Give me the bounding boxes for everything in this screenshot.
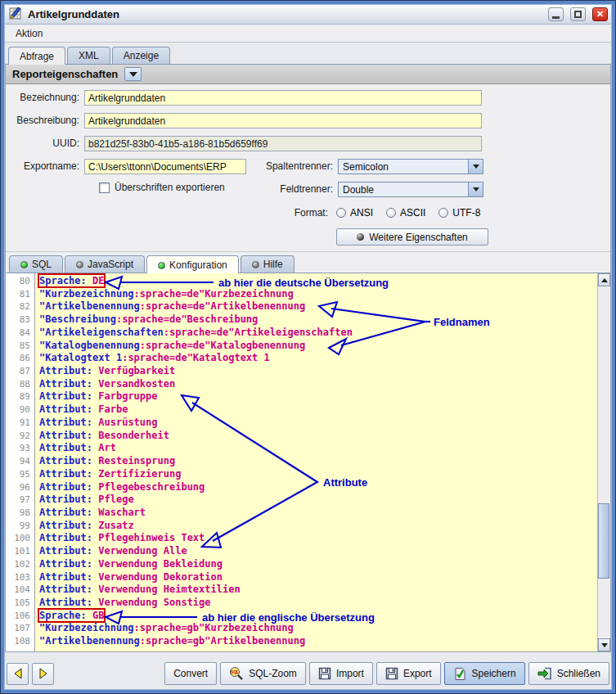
code-line[interactable]: Attribut: Pflegehinweis Text: [35, 532, 597, 545]
radio-ansi-circle[interactable]: [336, 208, 346, 218]
code-line[interactable]: Attribut: Art: [35, 442, 597, 455]
line-number: 86: [6, 352, 34, 365]
tab-hilfe[interactable]: Hilfe: [241, 255, 295, 273]
code-line[interactable]: "Kurzbezeichnung:sprache=de"Kurzbezeichn…: [35, 288, 597, 301]
tab-abfrage[interactable]: Abfrage: [8, 47, 65, 65]
schliessen-button[interactable]: Schließen: [528, 662, 609, 685]
radio-utf8[interactable]: UTF-8: [438, 207, 480, 219]
maximize-button[interactable]: [570, 7, 586, 21]
radio-ansi[interactable]: ANSI: [336, 207, 373, 219]
code-line[interactable]: Sprache: DE: [35, 275, 597, 288]
code-line[interactable]: "Artikelbenennung:sprache=de"Artikelbene…: [35, 300, 597, 313]
line-number: 96: [6, 481, 34, 494]
code-line[interactable]: "Katalogbenennung:sprache=de"Katalogbene…: [35, 340, 597, 353]
export-label: Export: [403, 668, 432, 679]
menu-aktion[interactable]: Aktion: [12, 26, 46, 41]
convert-button[interactable]: Convert: [164, 662, 217, 685]
line-number: 107: [6, 622, 34, 635]
speichern-label: Speichern: [472, 668, 516, 679]
tab-anzeige[interactable]: Anzeige: [112, 47, 170, 64]
speichern-button[interactable]: Speichern: [444, 662, 525, 685]
import-label: Import: [336, 668, 364, 679]
code-line[interactable]: "Kurzbezeichnung:sprache=gb"Kurzbezeichn…: [35, 622, 597, 635]
line-number: 83: [6, 313, 34, 327]
weitere-eigenschaften-label: Weitere Eigenschaften: [369, 232, 468, 243]
code-line[interactable]: Attribut: Verwendung Alle: [35, 545, 597, 558]
feldtrenner-select[interactable]: Double: [338, 182, 483, 197]
code-line[interactable]: "Katalogtext 1:sprache=de"Katalogtext 1: [35, 352, 597, 365]
line-number: 88: [6, 378, 34, 391]
code-line[interactable]: Attribut: Pflegebeschreibung: [35, 481, 597, 494]
tab-javascript[interactable]: JavaScript: [65, 255, 145, 273]
sql-zoom-button[interactable]: SQL SQL-Zoom: [220, 662, 306, 685]
code-line[interactable]: Attribut: Verwendung Heimtextilien: [35, 584, 597, 597]
close-icon: ✕: [596, 9, 604, 20]
editor-scrollbar[interactable]: [597, 273, 610, 651]
close-button[interactable]: ✕: [592, 7, 608, 21]
code-line[interactable]: Attribut: Zusatz: [35, 520, 597, 533]
code-line[interactable]: "Artikelbenennung:sprache=gb"Artikelbene…: [35, 635, 597, 648]
editor-code[interactable]: Sprache: DE"Kurzbezeichnung:sprache=de"K…: [35, 273, 597, 651]
exportname-input[interactable]: [84, 159, 246, 174]
tab-sql[interactable]: SQL: [9, 255, 63, 273]
tab-xml[interactable]: XML: [67, 47, 110, 64]
line-number: 103: [6, 571, 34, 584]
nav-forward-button[interactable]: [32, 663, 54, 685]
code-line[interactable]: Attribut: Besonderheit: [35, 430, 597, 443]
line-number: 80: [6, 275, 34, 288]
minimize-button[interactable]: [548, 7, 564, 21]
scroll-down-button[interactable]: [598, 638, 610, 651]
main-tabstrip: Abfrage XML Anzeige: [5, 43, 611, 65]
feldtrenner-label: Feldtrenner:: [245, 182, 333, 197]
radio-utf8-circle[interactable]: [438, 208, 448, 218]
nav-back-button[interactable]: [7, 663, 29, 685]
code-line[interactable]: Attribut: Versandkosten: [35, 378, 597, 391]
import-button[interactable]: Import: [309, 662, 373, 685]
code-line[interactable]: "Beschreibung:sprache=de"Beschreibung: [35, 313, 597, 327]
exportname-label: Exportname:: [6, 159, 79, 174]
app-window: Artikelgrunddaten ✕ Aktion Abfrage XML A…: [0, 0, 616, 694]
ueberschriften-checkbox[interactable]: [99, 183, 110, 193]
code-line[interactable]: Attribut: Verwendung Sonstige: [35, 597, 597, 610]
code-line[interactable]: Attribut: Resteinsprung: [35, 455, 597, 468]
code-line[interactable]: Attribut: Verwendung Bekleidung: [35, 558, 597, 571]
line-number: 82: [6, 300, 34, 313]
sphere-icon: [357, 233, 364, 241]
section-collapse-button[interactable]: [124, 67, 142, 81]
code-line[interactable]: Attribut: Farbe: [35, 403, 597, 417]
scroll-up-button[interactable]: [598, 273, 610, 286]
code-line[interactable]: Attribut: Farbgruppe: [35, 390, 597, 403]
arrow-up-icon: [601, 278, 608, 282]
code-line[interactable]: Attribut: Pflege: [35, 493, 597, 507]
export-button[interactable]: Export: [376, 662, 441, 685]
code-line[interactable]: Sprache: GB: [35, 610, 597, 623]
yellow-left-arrow-icon: [11, 667, 25, 680]
code-line[interactable]: Attribut: Zertifizierung: [35, 468, 597, 481]
gray-dot-icon: [252, 261, 259, 268]
radio-ascii-circle[interactable]: [386, 208, 396, 218]
chevron-down-icon: [129, 72, 137, 77]
feldtrenner-dropdown-button[interactable]: [468, 183, 483, 196]
code-line[interactable]: Attribut: Ausrüstung: [35, 417, 597, 430]
format-label: Format:: [245, 205, 328, 221]
line-number: 100: [6, 532, 34, 545]
code-line[interactable]: Attribut: Verfügbarkeit: [35, 365, 597, 378]
line-number: 102: [6, 558, 34, 571]
scrollbar-thumb[interactable]: [598, 503, 609, 579]
beschreibung-input[interactable]: [84, 113, 482, 128]
scrollbar-track[interactable]: [598, 286, 610, 638]
convert-label: Convert: [173, 668, 208, 679]
spaltentrenner-select[interactable]: Semicolon: [338, 159, 483, 174]
tab-konfiguration[interactable]: Konfiguration: [146, 255, 239, 273]
code-line[interactable]: "Artikeleigenschaften:sprache=de"Artikel…: [35, 327, 597, 340]
code-line[interactable]: Attribut: Waschart: [35, 507, 597, 520]
code-line[interactable]: Attribut: Verwendung Dekoration: [35, 571, 597, 584]
spaltentrenner-dropdown-button[interactable]: [468, 160, 483, 174]
uuid-label: UUID:: [6, 136, 79, 151]
config-editor[interactable]: 8081828384858687888990919293949596979899…: [6, 273, 610, 651]
line-number: 85: [6, 340, 34, 353]
weitere-eigenschaften-button[interactable]: Weitere Eigenschaften: [336, 228, 488, 246]
bezeichnung-input[interactable]: [84, 90, 482, 106]
radio-ascii[interactable]: ASCII: [386, 207, 425, 219]
minimize-icon: [552, 16, 560, 19]
